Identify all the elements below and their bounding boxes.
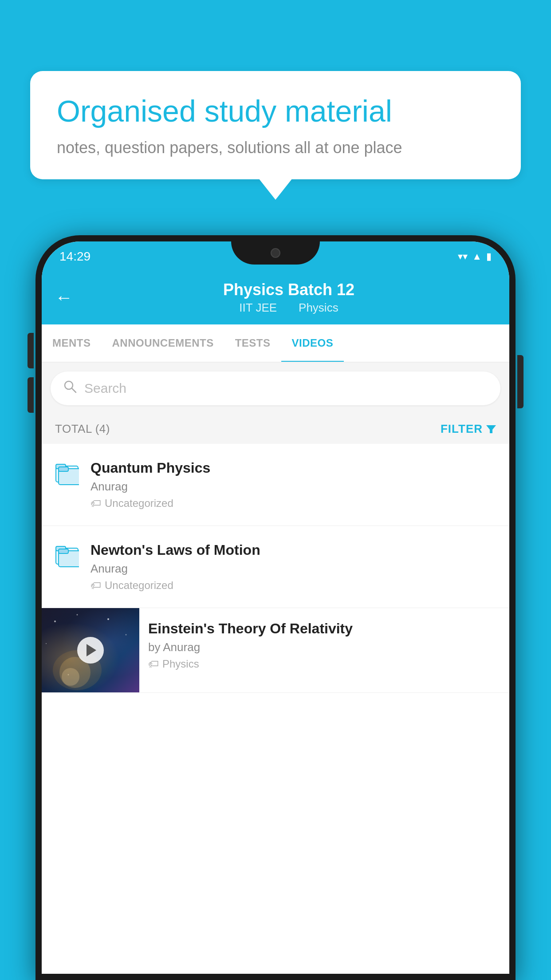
- bubble-title: Organised study material: [57, 93, 494, 130]
- video-title: Einstein's Theory Of Relativity: [148, 620, 500, 637]
- tag-icon: 🏷: [148, 658, 159, 670]
- search-container: Search: [42, 363, 509, 414]
- wifi-icon: ▾▾: [458, 251, 468, 262]
- batch-title: Physics Batch 12: [82, 281, 496, 299]
- status-icons: ▾▾ ▲ ▮: [458, 251, 492, 262]
- signal-icon: ▲: [472, 251, 482, 262]
- camera: [271, 248, 280, 258]
- svg-point-12: [77, 614, 78, 616]
- subtitle-iit: IIT JEE: [239, 301, 277, 314]
- status-time: 14:29: [59, 249, 91, 264]
- tag-icon: 🏷: [91, 579, 101, 592]
- battery-icon: ▮: [486, 251, 492, 262]
- svg-point-13: [107, 618, 109, 620]
- total-count: TOTAL (4): [55, 422, 110, 436]
- svg-rect-10: [59, 549, 68, 553]
- speech-bubble: Organised study material notes, question…: [30, 71, 521, 179]
- search-icon: [63, 379, 77, 397]
- search-placeholder: Search: [84, 381, 126, 396]
- svg-point-11: [54, 620, 56, 622]
- tab-announcements[interactable]: ANNOUNCEMENTS: [102, 324, 224, 362]
- svg-rect-6: [59, 467, 68, 471]
- tabs-bar: MENTS ANNOUNCEMENTS TESTS VIDEOS: [42, 324, 509, 363]
- power-button: [517, 355, 523, 408]
- video-author: Anurag: [91, 562, 496, 576]
- search-bar[interactable]: Search: [51, 371, 500, 405]
- filter-button[interactable]: FILTER: [441, 422, 496, 436]
- video-tag: 🏷 Uncategorized: [91, 497, 496, 510]
- svg-point-19: [62, 668, 79, 686]
- video-title: Quantum Physics: [91, 460, 496, 476]
- video-tag: 🏷 Physics: [148, 658, 500, 670]
- volume-down-button: [28, 377, 34, 413]
- svg-point-14: [126, 634, 127, 636]
- filter-bar: TOTAL (4) FILTER: [42, 414, 509, 444]
- svg-marker-2: [486, 425, 496, 433]
- play-button[interactable]: [77, 637, 104, 664]
- item-info: Quantum Physics Anurag 🏷 Uncategorized: [91, 460, 496, 510]
- video-author: Anurag: [91, 480, 496, 494]
- svg-line-1: [72, 388, 76, 392]
- tab-tests[interactable]: TESTS: [224, 324, 281, 362]
- header-subtitle: IIT JEE Physics: [82, 301, 496, 315]
- status-bar: 14:29 ▾▾ ▲ ▮: [42, 241, 509, 272]
- phone-frame: 14:29 ▾▾ ▲ ▮ ← Physics Batch 12 IIT JEE: [35, 235, 516, 980]
- svg-point-15: [46, 643, 47, 644]
- volume-up-button: [28, 333, 34, 368]
- folder-icon: [55, 546, 79, 573]
- list-item[interactable]: Newton's Laws of Motion Anurag 🏷 Uncateg…: [42, 526, 509, 608]
- item-icon-area: [55, 544, 79, 571]
- phone-screen: 14:29 ▾▾ ▲ ▮ ← Physics Batch 12 IIT JEE: [42, 241, 509, 974]
- list-item[interactable]: Quantum Physics Anurag 🏷 Uncategorized: [42, 444, 509, 526]
- video-tag: 🏷 Uncategorized: [91, 579, 496, 592]
- video-title: Newton's Laws of Motion: [91, 542, 496, 558]
- item-info: Einstein's Theory Of Relativity by Anura…: [139, 608, 509, 683]
- folder-icon: [55, 464, 79, 490]
- header-title-area: Physics Batch 12 IIT JEE Physics: [82, 281, 496, 315]
- tab-videos[interactable]: VIDEOS: [281, 324, 344, 362]
- subtitle-physics: Physics: [299, 301, 338, 314]
- video-author: by Anurag: [148, 640, 500, 654]
- list-item[interactable]: Einstein's Theory Of Relativity by Anura…: [42, 608, 509, 693]
- item-info: Newton's Laws of Motion Anurag 🏷 Uncateg…: [91, 542, 496, 592]
- tag-icon: 🏷: [91, 497, 101, 510]
- play-icon: [87, 644, 96, 656]
- app-header: ← Physics Batch 12 IIT JEE Physics: [42, 272, 509, 324]
- video-thumbnail: [42, 608, 139, 692]
- content-list: Quantum Physics Anurag 🏷 Uncategorized: [42, 444, 509, 693]
- tab-ments[interactable]: MENTS: [42, 324, 102, 362]
- notch: [231, 241, 320, 265]
- back-button[interactable]: ←: [55, 288, 73, 308]
- bubble-subtitle: notes, question papers, solutions all at…: [57, 138, 494, 157]
- item-icon-area: [55, 462, 79, 489]
